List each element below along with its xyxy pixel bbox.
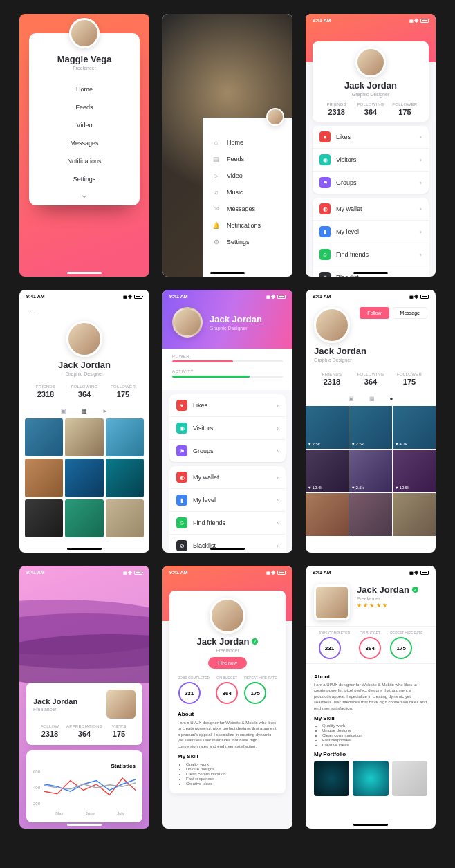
list-icon: ⚑ [176,445,187,456]
gallery-image[interactable]: 2.5k [349,450,392,492]
pull-handle-icon[interactable]: ⌄ [36,192,133,197]
list-item[interactable]: ⚑Groups [169,440,286,462]
user-name: Jack Jordan [314,346,427,356]
chevron-right-icon [277,448,279,454]
gallery-image[interactable] [106,499,144,537]
list-item[interactable]: ◉Visitors [313,149,429,172]
gallery-image[interactable]: 12.4k [306,450,349,492]
gallery-image[interactable] [25,499,63,537]
avatar[interactable] [355,47,386,77]
menu-item[interactable]: ▷Video [203,167,292,184]
image-grid [19,418,149,537]
avatar[interactable] [314,584,350,620]
profile-header: Jack Jordan Freelancer ★ ★ ★ ★ ★ [306,579,436,626]
gallery-image[interactable] [106,459,144,497]
gallery-image[interactable]: 2.5k [306,406,349,449]
gallery-image[interactable]: 10.5k [393,450,436,492]
menu-item[interactable]: Notifications [36,152,133,170]
menu-item[interactable]: Video [36,116,133,134]
gallery-image[interactable] [25,418,63,456]
home-indicator[interactable] [353,824,388,826]
portfolio-image[interactable] [314,761,349,796]
list-item[interactable]: ⚑Groups [313,172,429,194]
follow-button[interactable]: Follow [360,307,389,319]
status-bar: 9:41 AM [162,290,292,303]
tab-video-icon[interactable]: ● [390,396,393,402]
portfolio-image[interactable] [392,761,427,796]
message-button[interactable]: Message [393,307,427,319]
gallery-image[interactable] [306,493,349,536]
list-item[interactable]: ☺Find friends [313,243,429,266]
menu-item[interactable]: ♫Music [203,184,292,201]
like-count: 2.5k [352,442,364,446]
avatar[interactable] [314,307,350,343]
tab-gallery-icon[interactable]: ▦ [82,408,87,414]
gallery-image[interactable] [65,499,103,537]
chevron-right-icon [420,229,422,235]
status-bar: 9:41 AM [162,566,292,579]
gallery-image[interactable] [25,459,63,497]
menu-item[interactable]: Home [36,80,133,98]
menu-item[interactable]: Feeds [36,98,133,116]
stats-row: FRIENDS2318FOLLOWING364FOLLOWER175 [313,97,429,122]
tab-cards-icon[interactable]: ▣ [349,396,354,402]
about-heading: About [314,674,427,680]
home-indicator[interactable] [67,824,102,826]
home-indicator[interactable] [353,272,388,274]
screen-profile-gallery: 9:41 AM Jack Jordan Graphic Designer FRI… [19,290,149,553]
list-item[interactable]: ◐My wallet [169,466,286,489]
chevron-right-icon [277,474,279,481]
gallery-image[interactable] [106,418,144,456]
menu-item[interactable]: Settings [36,170,133,188]
avatar[interactable] [106,690,136,719]
profile-header: Follow Message Jack Jordan Graphic Desig… [306,303,436,367]
list-item[interactable]: ◐My wallet [313,198,429,221]
list-icon: ▮ [176,495,187,506]
avatar[interactable] [172,307,203,338]
back-button[interactable] [19,303,149,318]
tab-gallery-icon[interactable]: ▦ [369,396,375,402]
metric: REPEAT HIRE RATE175 [244,676,277,704]
tab-video-icon[interactable]: ► [102,408,108,414]
home-indicator[interactable] [67,548,102,550]
menu-item[interactable]: ⚙Settings [203,234,292,250]
menu-item[interactable]: ▤Feeds [203,151,292,167]
stat: FOLLOWING364 [353,102,387,116]
gallery-image[interactable]: 2.5k [349,406,392,449]
list-item[interactable]: ☺Find friends [169,512,286,535]
gallery-image[interactable] [393,493,436,536]
list-group: ♥Likes◉Visitors⚑Groups [313,126,429,194]
home-indicator[interactable] [67,272,102,274]
avatar[interactable] [266,108,284,126]
gallery-image[interactable] [349,493,392,536]
menu-item[interactable]: 🔔Notifications [203,217,292,234]
portfolio-image[interactable] [353,761,388,796]
list-item[interactable]: ♥Likes [169,394,286,417]
menu-item[interactable]: ⌂Home [203,134,292,151]
menu-item[interactable]: ✉Messages [203,201,292,217]
list-item[interactable]: ♥Likes [313,126,429,149]
hire-button[interactable]: Hire now [208,657,247,669]
signal-icon [266,294,269,299]
gallery-image[interactable] [65,459,103,497]
gallery-image[interactable]: 4.7k [393,406,436,449]
menu-item[interactable]: Messages [36,134,133,152]
list-icon: ⊘ [319,272,331,277]
skill-item: Quality work [322,723,427,728]
list-item[interactable]: ⊘Blacklist [169,535,286,553]
status-time: 9:41 AM [313,294,331,299]
menu-icon: ♫ [212,189,220,196]
avatar[interactable] [69,18,100,48]
list-item[interactable]: ▮My level [169,489,286,512]
gallery-image[interactable] [65,418,103,456]
home-indicator[interactable] [210,548,245,550]
skill-item: Clean communication [322,733,427,737]
home-indicator[interactable] [210,272,245,274]
avatar[interactable] [66,321,102,357]
list-icon: ▮ [319,226,331,237]
tab-cards-icon[interactable]: ▣ [61,408,66,414]
list-item[interactable]: ◉Visitors [169,417,286,440]
avatar[interactable] [210,598,245,634]
list-group: ◐My wallet▮My level☺Find friends⊘Blackli… [313,198,429,277]
list-item[interactable]: ▮My level [313,221,429,243]
